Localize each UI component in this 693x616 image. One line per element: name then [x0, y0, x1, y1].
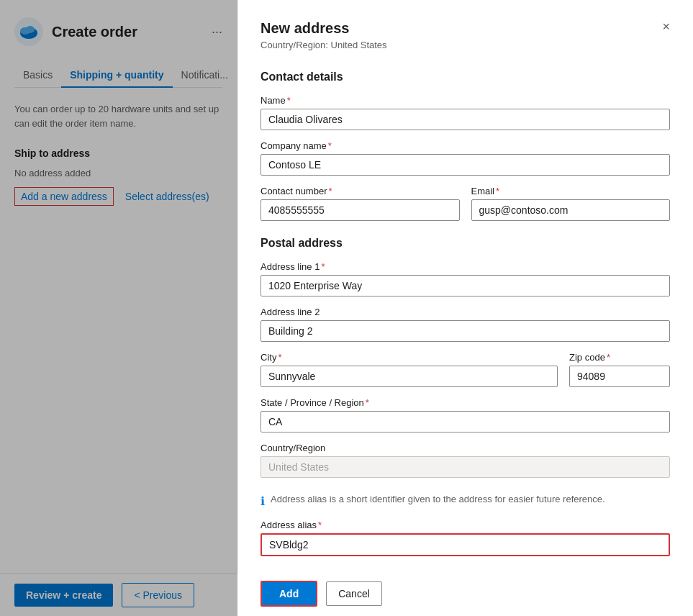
state-input[interactable]: [261, 411, 670, 432]
alias-label: Address alias*: [261, 520, 670, 530]
city-zip-row: City* Zip code*: [261, 352, 670, 397]
alias-info-text: Address alias is a short identifier give…: [271, 494, 605, 504]
address1-field-group: Address line 1*: [261, 261, 670, 296]
name-input[interactable]: [261, 109, 670, 130]
postal-address-heading: Postal address: [261, 237, 670, 250]
modal-footer: Add Cancel: [261, 566, 670, 607]
country-field-group: Country/Region: [261, 443, 670, 478]
contact-details-heading: Contact details: [261, 71, 670, 83]
address2-field-group: Address line 2: [261, 307, 670, 342]
name-label: Name*: [261, 95, 670, 106]
modal-title: New address: [261, 20, 349, 37]
contact-email-row: Contact number* Email*: [261, 186, 670, 231]
new-address-modal: New address × Country/Region: United Sta…: [237, 0, 693, 616]
company-label: Company name*: [261, 140, 670, 151]
name-field-group: Name*: [261, 95, 670, 130]
country-label: Country/Region: [261, 443, 670, 453]
info-icon: ℹ: [261, 494, 265, 508]
country-input: [261, 456, 670, 478]
modal-close-button[interactable]: ×: [662, 20, 670, 33]
alias-field-group: Address alias*: [261, 520, 670, 556]
city-field-group: City*: [261, 352, 558, 387]
address2-input[interactable]: [261, 320, 670, 342]
contact-input[interactable]: [261, 199, 460, 221]
email-input[interactable]: [471, 199, 671, 221]
zip-label: Zip code*: [569, 352, 670, 363]
cancel-button[interactable]: Cancel: [326, 581, 382, 606]
zip-field-group: Zip code*: [569, 352, 670, 387]
company-input[interactable]: [261, 154, 670, 176]
modal-header: New address ×: [261, 20, 670, 37]
email-field-group: Email*: [471, 186, 671, 221]
contact-field-group: Contact number*: [261, 186, 460, 221]
zip-input[interactable]: [569, 366, 670, 387]
state-label: State / Province / Region*: [261, 397, 670, 408]
address1-input[interactable]: [261, 275, 670, 296]
alias-input[interactable]: [261, 533, 670, 556]
modal-subtitle: Country/Region: United States: [261, 40, 670, 50]
city-input[interactable]: [261, 366, 558, 387]
company-field-group: Company name*: [261, 140, 670, 176]
contact-label: Contact number*: [261, 186, 460, 196]
alias-info-box: ℹ Address alias is a short identifier gi…: [261, 494, 670, 508]
address1-label: Address line 1*: [261, 261, 670, 272]
address2-label: Address line 2: [261, 307, 670, 317]
email-label: Email*: [471, 186, 671, 196]
city-label: City*: [261, 352, 558, 363]
state-field-group: State / Province / Region*: [261, 397, 670, 432]
add-button[interactable]: Add: [261, 581, 317, 607]
